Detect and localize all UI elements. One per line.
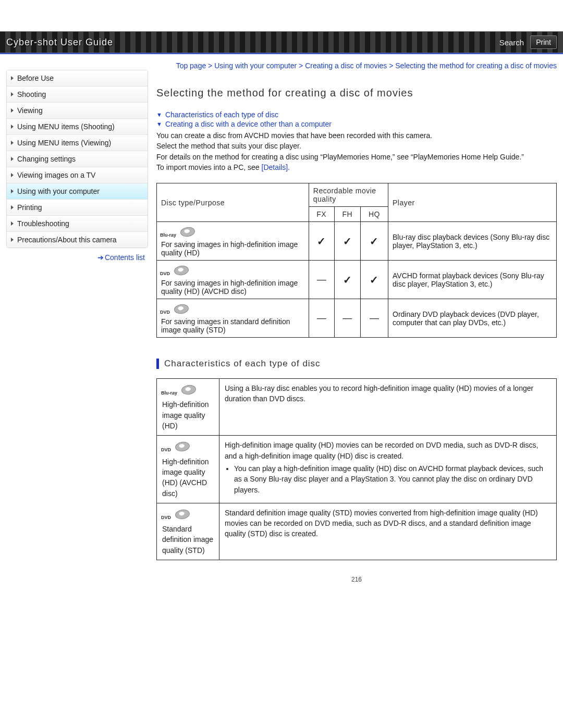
dvd-disc-icon: [173, 264, 191, 276]
disc-purpose: For saving images in standard definition…: [161, 317, 290, 334]
cell-fh: —: [334, 299, 360, 338]
breadcrumb: Top page > Using with your computer > Cr…: [156, 60, 557, 71]
details-link[interactable]: [Details]: [262, 163, 288, 171]
contents-list-label: Contents list: [105, 253, 145, 262]
th-fh: FH: [334, 207, 360, 222]
jump-link-other-device[interactable]: ▼ Creating a disc with a device other th…: [156, 120, 557, 128]
nav-item-shooting[interactable]: Shooting: [7, 87, 148, 103]
main-content: Top page > Using with your computer > Cr…: [156, 54, 557, 583]
para2: Select the method that suits your disc p…: [156, 141, 557, 151]
print-button[interactable]: Print: [530, 35, 557, 49]
disc-brand-label: Blu-ray: [161, 390, 177, 396]
disc-brand-label: DVD: [160, 271, 170, 276]
type-label: High-definition image quality (HD): [162, 400, 209, 430]
sidebar: Before Use Shooting Viewing Using MENU i…: [6, 54, 148, 583]
disc-purpose: For saving images in high-definition ima…: [161, 279, 298, 295]
disc-brand-label: DVD: [161, 447, 171, 452]
triangle-down-icon: ▼: [156, 121, 162, 127]
type-label: Standard definition image quality (STD): [162, 525, 213, 554]
nav-item-printing[interactable]: Printing: [7, 200, 148, 216]
header-actions: Search Print: [499, 35, 557, 49]
table-row: Blu-ray High-definition image quality (H…: [157, 379, 557, 436]
cell-fx: —: [309, 299, 334, 338]
nav-item-before-use[interactable]: Before Use: [7, 70, 148, 87]
cell-player: Ordinary DVD playback devices (DVD playe…: [388, 299, 557, 338]
cell-fx: ✓: [309, 222, 334, 261]
para4: To import movies into a PC, see [Details…: [156, 162, 557, 172]
type-bullet: You can play a high-definition image qua…: [234, 463, 551, 495]
dvd-disc-icon: [173, 302, 191, 315]
characteristics-table: Blu-ray High-definition image quality (H…: [156, 378, 557, 560]
search-link[interactable]: Search: [499, 38, 524, 47]
type-desc: Using a Blu-ray disc enables you to reco…: [219, 379, 557, 436]
cell-hq: —: [360, 299, 388, 338]
page-number: 216: [156, 576, 557, 583]
bluray-disc-icon: [180, 383, 198, 396]
table-row: DVD High-definition image quality (HD) (…: [157, 436, 557, 503]
header-bar: Cyber-shot User Guide Search Print: [0, 31, 563, 53]
disc-brand-label: DVD: [161, 515, 171, 520]
th-hq: HQ: [360, 207, 388, 222]
cell-fh: ✓: [334, 261, 360, 299]
th-quality: Recordable movie quality: [309, 183, 388, 207]
cell-hq: ✓: [360, 222, 388, 261]
nav-list: Before Use Shooting Viewing Using MENU i…: [6, 70, 148, 248]
th-disc-type: Disc type/Purpose: [157, 183, 309, 222]
table-row: DVD For saving images in standard defini…: [157, 299, 557, 338]
dvd-disc-icon: [174, 508, 192, 520]
nav-item-troubleshooting[interactable]: Troubleshooting: [7, 216, 148, 232]
breadcrumb-1[interactable]: Using with your computer: [214, 61, 297, 70]
breadcrumb-2[interactable]: Creating a disc of movies: [305, 61, 387, 70]
table-row: DVD For saving images in high-definition…: [157, 261, 557, 299]
page-title: Selecting the method for creating a disc…: [156, 87, 557, 99]
th-fx: FX: [309, 207, 334, 222]
para1: You can create a disc from AVCHD movies …: [156, 130, 557, 141]
type-desc: Standard definition image quality (STD) …: [219, 503, 557, 560]
section-characteristics-heading: Characteristics of each type of disc: [156, 359, 557, 369]
breadcrumb-sep: >: [387, 61, 395, 70]
app-title: Cyber-shot User Guide: [6, 37, 113, 48]
breadcrumb-sep: >: [206, 61, 214, 70]
para4-prefix: To import movies into a PC, see: [156, 163, 262, 171]
nav-item-menu-viewing[interactable]: Using MENU items (Viewing): [7, 135, 148, 151]
nav-item-viewing-tv[interactable]: Viewing images on a TV: [7, 167, 148, 183]
table-row: Blu-ray For saving images in high-defini…: [157, 222, 557, 261]
arrow-right-icon: ➔: [97, 253, 103, 262]
jump-link-label: Creating a disc with a device other than…: [165, 120, 332, 128]
para3: For details on the method for creating a…: [156, 152, 557, 162]
cell-player: Blu-ray disc playback devices (Sony Blu-…: [388, 222, 557, 261]
disc-purpose: For saving images in high-definition ima…: [161, 240, 298, 257]
jump-link-characteristics[interactable]: ▼ Characteristics of each type of disc: [156, 110, 557, 119]
nav-item-precautions[interactable]: Precautions/About this camera: [7, 232, 148, 248]
breadcrumb-top[interactable]: Top page: [176, 61, 206, 70]
breadcrumb-3[interactable]: Selecting the method for creating a disc…: [395, 61, 557, 70]
intro-text: You can create a disc from AVCHD movies …: [156, 130, 557, 172]
nav-item-using-computer[interactable]: Using with your computer: [7, 183, 148, 200]
bluray-disc-icon: [179, 225, 197, 238]
type-label: High-definition image quality (HD) (AVCH…: [162, 458, 209, 498]
breadcrumb-sep: >: [297, 61, 305, 70]
nav-item-menu-shooting[interactable]: Using MENU items (Shooting): [7, 119, 148, 135]
disc-brand-label: Blu-ray: [160, 232, 176, 238]
cell-hq: ✓: [360, 261, 388, 299]
contents-list-link[interactable]: ➔ Contents list: [6, 248, 148, 262]
cell-player: AVCHD format playback devices (Sony Blu-…: [388, 261, 557, 299]
th-player: Player: [388, 183, 557, 222]
para4-suffix: .: [288, 163, 290, 171]
disc-compatibility-table: Disc type/Purpose Recordable movie quali…: [156, 183, 557, 338]
nav-item-changing-settings[interactable]: Changing settings: [7, 151, 148, 167]
type-desc: High-definition image quality (HD) movie…: [225, 440, 551, 461]
table-row: DVD Standard definition image quality (S…: [157, 503, 557, 560]
dvd-disc-icon: [174, 440, 192, 452]
disc-brand-label: DVD: [160, 310, 170, 315]
nav-item-viewing[interactable]: Viewing: [7, 103, 148, 119]
cell-fh: ✓: [334, 222, 360, 261]
cell-fx: —: [309, 261, 334, 299]
jump-link-label: Characteristics of each type of disc: [165, 110, 278, 119]
triangle-down-icon: ▼: [156, 112, 162, 118]
